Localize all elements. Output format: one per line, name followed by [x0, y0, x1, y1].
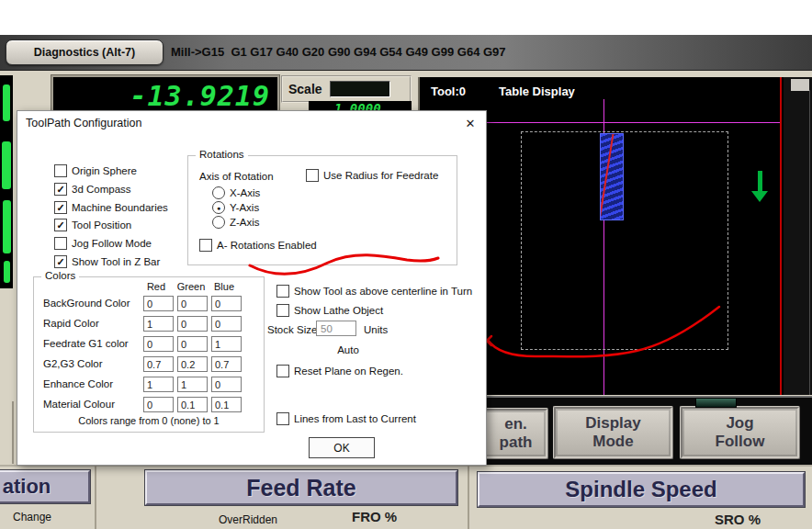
background-color-label: BackGround Color — [43, 298, 130, 309]
feedrate-blue-field[interactable] — [211, 336, 242, 352]
background-blue-field[interactable] — [211, 296, 242, 311]
fro-label: FRO % — [352, 509, 397, 524]
checkbox-box — [54, 164, 67, 177]
rapid-blue-field[interactable] — [211, 316, 242, 332]
checkbox-box: ✓ — [54, 183, 67, 196]
stock-size-label: Stock Size — [267, 324, 317, 335]
checkbox-box — [276, 285, 289, 298]
status-led — [695, 398, 737, 408]
g2g3-green-field[interactable] — [177, 356, 208, 372]
checkbox-jog-follow-mode[interactable]: Jog Follow Mode — [54, 237, 152, 250]
checkbox-box — [54, 237, 67, 250]
direction-arrow-icon — [758, 171, 762, 193]
enhance-blue-field[interactable] — [211, 377, 242, 392]
ok-button[interactable]: OK — [309, 437, 375, 458]
scrollbar-button[interactable] — [791, 79, 809, 91]
colors-group: Colors Red Green Blue BackGround Color R… — [33, 276, 265, 433]
red-column-header: Red — [143, 281, 169, 292]
feedrate-red-field[interactable] — [143, 336, 174, 352]
checkbox-show-lathe-object[interactable]: Show Lathe Object — [276, 304, 383, 317]
regen-button-label-1: en. — [504, 415, 527, 433]
display-mode-label-2: Mode — [592, 433, 633, 451]
radio-circle — [212, 186, 225, 199]
rapid-move-line — [600, 133, 615, 220]
checkbox-label: Origin Sphere — [72, 165, 137, 176]
display-mode-label-1: Display — [585, 414, 640, 433]
checkbox-label: Use Radius for Feedrate — [323, 170, 438, 181]
units-label: Units — [364, 324, 388, 335]
checkbox-machine-boundaries[interactable]: ✓ Machine Boundaries — [54, 201, 168, 214]
checkbox-label: Tool Position — [72, 219, 131, 231]
colors-group-label: Colors — [41, 270, 79, 281]
checkbox-origin-sphere[interactable]: Origin Sphere — [54, 164, 137, 177]
diagnostics-tab-button[interactable]: Diagnostics (Alt-7) — [6, 39, 164, 65]
left-partial-header[interactable]: ation — [0, 470, 90, 503]
g2g3-red-field[interactable] — [143, 356, 174, 372]
checkbox-tool-position[interactable]: ✓ Tool Position — [54, 219, 131, 231]
rapid-color-label: Rapid Color — [43, 318, 99, 329]
blue-column-header: Blue — [211, 281, 237, 292]
checkbox-lines-last-to-current[interactable]: Lines from Last to Current — [276, 412, 416, 425]
auto-label: Auto — [321, 344, 376, 355]
tool-position-marker — [600, 133, 624, 220]
checkbox-use-radius-feedrate[interactable]: Use Radius for Feedrate — [306, 169, 438, 182]
stock-size-field[interactable] — [316, 321, 356, 336]
rapid-green-field[interactable] — [177, 316, 208, 332]
display-mode-button[interactable]: Display Mode — [553, 406, 673, 459]
checkbox-3d-compass[interactable]: ✓ 3d Compass — [54, 183, 131, 196]
checkbox-box — [199, 239, 212, 252]
checkbox-box — [276, 304, 289, 317]
radio-z-axis[interactable]: Z-Axis — [212, 216, 260, 229]
checkbox-label: Reset Plane on Regen. — [294, 366, 403, 377]
scale-panel: Scale — [281, 75, 412, 103]
checkbox-label: Machine Boundaries — [72, 202, 168, 213]
material-colour-label: Material Colour — [43, 399, 115, 410]
radio-label: Y-Axis — [230, 202, 259, 213]
scale-led-display — [330, 81, 390, 97]
background-red-field[interactable] — [143, 296, 174, 311]
enhance-green-field[interactable] — [177, 377, 208, 392]
radio-label: X-Axis — [230, 187, 260, 198]
section-divider — [95, 466, 96, 529]
section-divider-2 — [468, 466, 469, 529]
checkbox-box — [276, 365, 289, 377]
rapid-red-field[interactable] — [143, 316, 174, 332]
checkbox-show-tool-z-bar[interactable]: ✓ Show Tool in Z Bar — [54, 255, 160, 268]
background-green-field[interactable] — [177, 296, 208, 311]
green-column-header: Green — [176, 281, 206, 292]
material-red-field[interactable] — [143, 397, 174, 412]
close-icon[interactable]: ✕ — [455, 111, 486, 135]
radio-circle: ● — [212, 201, 225, 214]
g2g3-blue-field[interactable] — [211, 356, 242, 372]
g2g3-color-label: G2,G3 Color — [43, 358, 103, 369]
checkbox-show-tool-centerline[interactable]: Show Tool as above centerline in Turn — [276, 285, 472, 298]
checkbox-box — [276, 412, 289, 425]
left-panel-edge — [12, 401, 14, 464]
material-green-field[interactable] — [177, 397, 208, 412]
feedrate-green-field[interactable] — [177, 336, 208, 352]
clipped-dro-fragments — [0, 75, 13, 288]
change-label: Change — [13, 511, 51, 523]
checkbox-label: Show Tool as above centerline in Turn — [294, 286, 472, 297]
radio-label: Z-Axis — [230, 217, 260, 228]
gcode-status-line: Mill->G15 G1 G17 G40 G20 G90 G94 G54 G49… — [171, 44, 506, 61]
overridden-label: OverRidden — [188, 513, 308, 526]
checkbox-box: ✓ — [54, 219, 67, 231]
radio-y-axis[interactable]: ● Y-Axis — [212, 201, 259, 214]
display-right-gutter — [784, 77, 812, 395]
radio-x-axis[interactable]: X-Axis — [212, 186, 260, 199]
scrollbar-track[interactable] — [809, 90, 810, 395]
jog-follow-button[interactable]: Jog Follow — [680, 406, 800, 459]
checkbox-box — [306, 169, 319, 182]
enhance-red-field[interactable] — [143, 377, 174, 392]
axis-of-rotation-label: Axis of Rotation — [199, 171, 274, 182]
material-blue-field[interactable] — [211, 397, 242, 412]
checkbox-reset-plane-regen[interactable]: Reset Plane on Regen. — [276, 365, 403, 377]
top-status-bar: Diagnostics (Alt-7) Mill->G15 G1 G17 G40… — [0, 35, 812, 71]
tool-number-label: Tool:0 — [431, 84, 466, 98]
jog-follow-label-2: Follow — [716, 433, 765, 451]
rotations-group-label: Rotations — [196, 149, 248, 160]
checkbox-box: ✓ — [54, 255, 67, 268]
checkbox-label: Show Tool in Z Bar — [72, 256, 160, 267]
checkbox-a-rotations-enabled[interactable]: A- Rotations Enabled — [199, 239, 317, 252]
